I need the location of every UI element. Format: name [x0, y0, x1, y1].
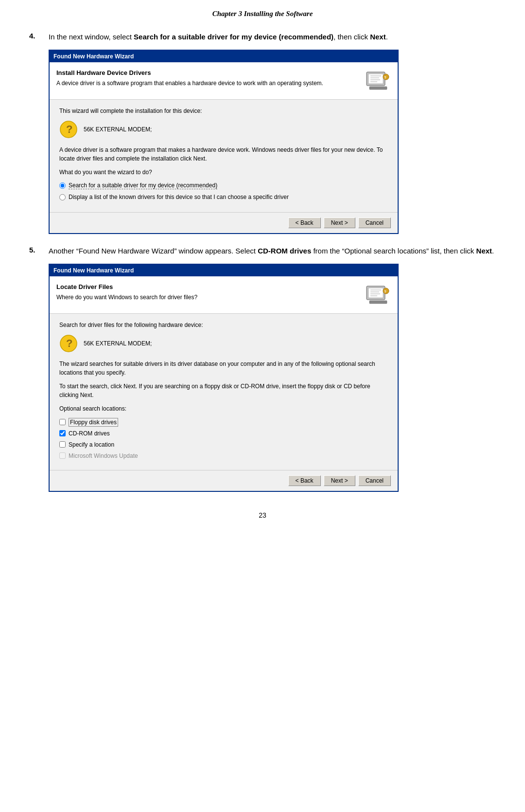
wizard-1-radio-2-input[interactable]	[59, 194, 66, 200]
wizard-2-intro: Search for driver files for the followin…	[59, 321, 388, 329]
question-icon-1: ?	[59, 120, 78, 139]
wizard-2-check-3-label: Specify a location	[69, 440, 114, 449]
step-4-text: In the next window, select Search for a …	[49, 32, 496, 234]
hardware-icon-1: ?	[366, 68, 391, 93]
wizard-2-check-4: Microsoft Windows Update	[59, 451, 388, 460]
wizard-2-next-button[interactable]: Next >	[324, 475, 355, 486]
wizard-1-device-row: ? 56K EXTERNAL MODEM;	[59, 120, 388, 139]
wizard-2-header-text: Locate Driver Files Where do you want Wi…	[56, 282, 361, 302]
wizard-1-header-title: Install Hardware Device Drivers	[56, 68, 361, 78]
step-5-number: 5.	[29, 246, 49, 254]
wizard-2-header-title: Locate Driver Files	[56, 282, 361, 292]
wizard-1-cancel-button[interactable]: Cancel	[358, 217, 391, 228]
wizard-1-body: This wizard will complete the installati…	[50, 100, 398, 213]
step-5-end: .	[492, 247, 494, 255]
step-4-end: .	[386, 33, 388, 41]
wizard-2-header-desc: Where do you want Windows to search for …	[56, 293, 361, 302]
question-icon-2: ?	[59, 334, 78, 353]
step-4: 4. In the next window, select Search for…	[29, 32, 496, 234]
wizard-1-para: A device driver is a software program th…	[59, 145, 388, 163]
step-4-next: Next	[370, 33, 386, 41]
step-5: 5. Another “Found New Hardware Wizard” w…	[29, 246, 496, 492]
step-4-text-before: In the next window, select	[49, 33, 134, 41]
wizard-2-check-4-input	[59, 452, 66, 459]
wizard-1-footer: < Back Next > Cancel	[50, 212, 398, 233]
wizard-1-radio-1-label: Search for a suitable driver for my devi…	[69, 181, 217, 190]
wizard-window-2: Found New Hardware Wizard Locate Driver …	[49, 264, 399, 492]
wizard-2-back-button[interactable]: < Back	[288, 475, 321, 486]
wizard-1-header-text: Install Hardware Device Drivers A device…	[56, 68, 361, 88]
svg-text:?: ?	[66, 337, 72, 349]
wizard-2-device-name: 56K EXTERNAL MODEM;	[84, 339, 152, 348]
svg-rect-12	[368, 288, 383, 298]
step-5-text-middle: from the “Optional search locations” lis…	[311, 247, 476, 255]
wizard-2-check-3: Specify a location	[59, 440, 388, 449]
step-5-text-before: Another “Found New Hardware Wizard” wind…	[49, 247, 258, 255]
wizard-1-radio-1: Search for a suitable driver for my devi…	[59, 181, 388, 190]
wizard-2-titlebar: Found New Hardware Wizard	[50, 265, 398, 276]
svg-text:?: ?	[66, 123, 72, 135]
wizard-2-check-2: CD-ROM drives	[59, 429, 388, 438]
check1-bordered: Floppy disk drives	[69, 418, 118, 427]
svg-rect-1	[368, 74, 383, 84]
step-5-bold: CD-ROM drives	[258, 247, 311, 255]
wizard-1-titlebar: Found New Hardware Wizard	[50, 51, 398, 62]
wizard-2-check-2-input[interactable]	[59, 430, 66, 436]
wizard-1-next-button[interactable]: Next >	[324, 217, 355, 228]
wizard-2-optional-label: Optional search locations:	[59, 404, 388, 413]
wizard-1-intro: This wizard will complete the installati…	[59, 107, 388, 115]
wizard-2-body: Search for driver files for the followin…	[50, 314, 398, 470]
chapter-title: Chapter 3 Installing the Software	[29, 10, 496, 18]
page-number: 23	[29, 511, 496, 519]
hardware-icon-2: ?	[366, 282, 391, 307]
step-5-text: Another “Found New Hardware Wizard” wind…	[49, 246, 496, 492]
wizard-1-radio-2: Display a list of the known drivers for …	[59, 193, 388, 201]
wizard-window-1: Found New Hardware Wizard Install Hardwa…	[49, 50, 399, 235]
step-4-text-after: , then click	[333, 33, 370, 41]
wizard-1-radio-group: Search for a suitable driver for my devi…	[59, 181, 388, 202]
wizard-2-check-1: Floppy disk drives	[59, 418, 388, 427]
step-5-next: Next	[476, 247, 492, 255]
step-4-number: 4.	[29, 32, 49, 40]
wizard-1-header-desc: A device driver is a software program th…	[56, 79, 361, 88]
wizard-1-back-button[interactable]: < Back	[288, 217, 321, 228]
wizard-2-cancel-button[interactable]: Cancel	[358, 475, 391, 486]
wizard-1-radio-1-dashed: Search for a suitable driver for my devi…	[69, 182, 217, 189]
step-4-bold: Search for a suitable driver for my devi…	[134, 33, 333, 41]
wizard-2-check-1-input[interactable]	[59, 419, 66, 425]
wizard-1-radio-2-label: Display a list of the known drivers for …	[69, 193, 289, 201]
wizard-2-check-2-label: CD-ROM drives	[69, 429, 110, 438]
wizard-2-header: Locate Driver Files Where do you want Wi…	[50, 276, 398, 314]
wizard-2-check-4-label: Microsoft Windows Update	[69, 451, 138, 460]
wizard-1-header: Install Hardware Device Drivers A device…	[50, 62, 398, 100]
wizard-2-checkboxes: Floppy disk drives CD-ROM drives Specify…	[59, 418, 388, 460]
wizard-2-para1: The wizard searches for suitable drivers…	[59, 360, 388, 377]
svg-text:?: ?	[384, 75, 386, 80]
wizard-2-para2: To start the search, click Next. If you …	[59, 382, 388, 399]
wizard-2-footer: < Back Next > Cancel	[50, 470, 398, 491]
wizard-2-device-row: ? 56K EXTERNAL MODEM;	[59, 334, 388, 353]
wizard-2-check-3-input[interactable]	[59, 441, 66, 448]
wizard-1-question: What do you want the wizard to do?	[59, 168, 388, 177]
svg-rect-2	[369, 87, 387, 90]
svg-rect-13	[369, 301, 387, 304]
wizard-1-radio-1-input[interactable]	[59, 182, 66, 189]
wizard-1-device-name: 56K EXTERNAL MODEM;	[84, 125, 152, 134]
svg-text:?: ?	[384, 289, 386, 294]
wizard-2-check-1-label: Floppy disk drives	[69, 418, 118, 427]
